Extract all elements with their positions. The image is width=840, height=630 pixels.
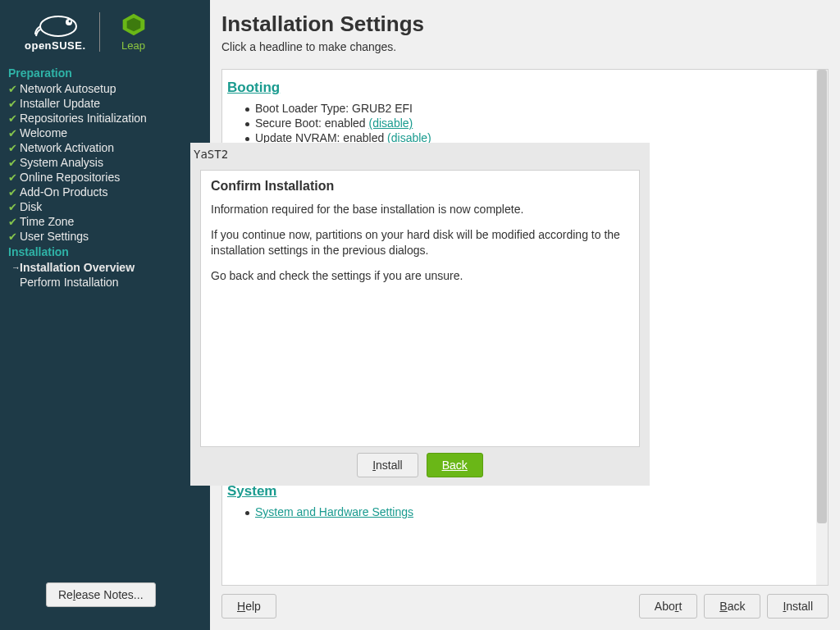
help-button[interactable]: Help (221, 594, 276, 619)
dialog-text-1: Information required for the base instal… (211, 202, 629, 227)
nav-item-welcome: ✔Welcome (8, 126, 202, 140)
nav-item-perform-installation: Perform Installation (8, 275, 202, 290)
system-list: System and Hardware Settings (227, 504, 808, 526)
opensuse-logo: openSUSE. (25, 11, 86, 52)
footer-bar: Help Abort Back Install (221, 594, 829, 619)
system-hardware-item: System and Hardware Settings (255, 504, 808, 519)
scrollbar-thumb[interactable] (817, 70, 827, 523)
nav-item-installer-update: ✔Installer Update (8, 96, 202, 111)
abort-button[interactable]: Abort (639, 594, 697, 619)
logo-divider (99, 12, 100, 52)
nav-section-installation: Installation (8, 244, 202, 260)
nav-item-user-settings: ✔User Settings (8, 229, 202, 244)
nav-section-preparation: Preparation (8, 65, 202, 81)
nav-item-repositories-init: ✔Repositories Initialization (8, 111, 202, 126)
dialog-install-button[interactable]: Install (357, 453, 418, 477)
check-icon: ✔ (8, 171, 17, 184)
nav-item-addon-products: ✔Add-On Products (8, 185, 202, 199)
confirm-dialog: YaST2 Confirm Installation Information r… (190, 143, 650, 486)
page-subtitle: Click a headline to make changes. (210, 40, 840, 62)
nav-item-disk: ✔Disk (8, 199, 202, 214)
check-icon: ✔ (8, 142, 17, 154)
nav-item-system-analysis: ✔System Analysis (8, 155, 202, 170)
svg-point-0 (40, 16, 76, 36)
leap-text: Leap (121, 39, 145, 52)
dialog-buttons: Install Back (190, 453, 650, 477)
dialog-back-button[interactable]: Back (427, 453, 483, 477)
dialog-text-2: If you continue now, partitions on your … (211, 227, 629, 268)
install-button[interactable]: Install (767, 594, 829, 619)
system-hardware-link[interactable]: System and Hardware Settings (255, 505, 413, 518)
check-icon: ✔ (8, 127, 17, 139)
nav-item-installation-overview: →Installation Overview (8, 260, 202, 275)
booting-heading[interactable]: Booting (227, 75, 808, 101)
nav-item-online-repos: ✔Online Repositories (8, 170, 202, 185)
check-icon: ✔ (8, 112, 17, 125)
arrow-icon: → (11, 262, 21, 272)
dialog-content: Confirm Installation Information require… (200, 170, 640, 447)
check-icon: ✔ (8, 231, 17, 243)
secure-boot-item: Secure Boot: enabled (disable) (255, 116, 808, 130)
release-notes-button[interactable]: Release Notes... (46, 582, 156, 607)
check-icon: ✔ (8, 186, 17, 199)
sidebar-header: openSUSE. Leap (0, 0, 210, 63)
scrollbar[interactable] (816, 70, 828, 585)
opensuse-text: openSUSE. (25, 39, 86, 52)
check-icon: ✔ (8, 98, 17, 110)
nav-item-network-autosetup: ✔Network Autosetup (8, 81, 202, 96)
nav-item-network-activation: ✔Network Activation (8, 140, 202, 155)
secure-boot-disable-link[interactable]: (disable) (369, 116, 413, 130)
nav: Preparation ✔Network Autosetup ✔Installe… (0, 63, 210, 291)
boot-loader-item: Boot Loader Type: GRUB2 EFI (255, 101, 808, 116)
svg-point-1 (66, 19, 72, 25)
dialog-heading: Confirm Installation (211, 179, 629, 202)
leap-logo: Leap (120, 12, 148, 52)
check-icon: ✔ (8, 216, 17, 228)
page-title: Installation Settings (210, 0, 840, 40)
sidebar: openSUSE. Leap Preparation ✔Network Auto… (0, 0, 210, 630)
back-button[interactable]: Back (704, 594, 760, 619)
check-icon: ✔ (8, 83, 17, 95)
nav-item-timezone: ✔Time Zone (8, 214, 202, 229)
check-icon: ✔ (8, 201, 17, 213)
check-icon: ✔ (8, 157, 17, 169)
svg-point-2 (69, 21, 71, 23)
dialog-text-3: Go back and check the settings if you ar… (211, 268, 629, 294)
dialog-window-title: YaST2 (190, 143, 650, 164)
